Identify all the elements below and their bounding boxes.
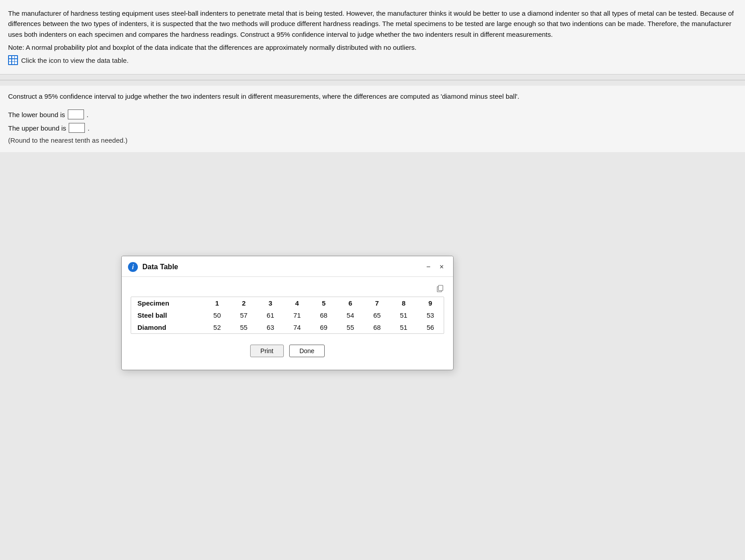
steel-ball-3: 61 <box>257 309 283 321</box>
grid-icon[interactable] <box>8 55 18 65</box>
lower-bound-label: The lower bound is <box>8 111 65 118</box>
round-note: (Round to the nearest tenth as needed.) <box>8 136 734 144</box>
done-button[interactable]: Done <box>289 345 325 357</box>
print-button[interactable]: Print <box>250 345 284 357</box>
diamond-9: 56 <box>417 321 444 333</box>
note-text: Note: A normal probability plot and boxp… <box>8 42 734 52</box>
diamond-2: 55 <box>230 321 257 333</box>
question-section: Construct a 95% confidence interval to j… <box>0 86 745 152</box>
col-header-3: 3 <box>257 297 283 309</box>
col-header-9: 9 <box>417 297 444 309</box>
question-text: Construct a 95% confidence interval to j… <box>8 91 734 101</box>
modal-body: Specimen 1 2 3 4 5 6 7 8 9 Steel ball <box>122 277 453 370</box>
diamond-4: 74 <box>284 321 310 333</box>
lower-bound-input[interactable] <box>68 109 84 119</box>
data-inner-table: Specimen 1 2 3 4 5 6 7 8 9 Steel ball <box>131 297 444 334</box>
upper-bound-period: . <box>88 124 89 132</box>
steel-ball-2: 57 <box>230 309 257 321</box>
table-row-steel-ball: Steel ball 50 57 61 71 68 54 65 51 53 <box>131 309 444 321</box>
steel-ball-1: 50 <box>204 309 230 321</box>
row-label-diamond: Diamond <box>131 321 204 333</box>
upper-bound-input[interactable] <box>69 123 85 133</box>
modal-title: Data Table <box>142 263 419 271</box>
diamond-6: 55 <box>337 321 364 333</box>
data-table-link-row[interactable]: Click the icon to view the data table. <box>8 55 734 65</box>
col-header-8: 8 <box>390 297 417 309</box>
col-header-2: 2 <box>230 297 257 309</box>
upper-bound-label: The upper bound is <box>8 124 66 132</box>
col-header-specimen: Specimen <box>131 297 204 309</box>
diamond-7: 68 <box>364 321 390 333</box>
col-header-7: 7 <box>364 297 390 309</box>
col-header-1: 1 <box>204 297 230 309</box>
lower-bound-period: . <box>87 111 88 118</box>
description-paragraph: The manufacturer of hardness testing equ… <box>8 8 734 39</box>
copy-icon-row <box>131 285 444 293</box>
lower-bound-row: The lower bound is . <box>8 109 734 119</box>
diamond-3: 63 <box>257 321 283 333</box>
specimen-table: Specimen 1 2 3 4 5 6 7 8 9 Steel ball <box>131 297 444 333</box>
data-table-modal: i Data Table − × Specimen 1 2 3 <box>121 256 454 370</box>
steel-ball-5: 68 <box>310 309 337 321</box>
col-header-5: 5 <box>310 297 337 309</box>
modal-minimize-button[interactable]: − <box>424 262 432 271</box>
diamond-1: 52 <box>204 321 230 333</box>
svg-rect-1 <box>438 285 443 291</box>
table-row-diamond: Diamond 52 55 63 74 69 55 68 51 56 <box>131 321 444 333</box>
modal-footer: Print Done <box>131 342 444 363</box>
section-divider <box>0 80 745 80</box>
data-table-link-text: Click the icon to view the data table. <box>21 57 128 64</box>
upper-bound-row: The upper bound is . <box>8 123 734 133</box>
modal-header: i Data Table − × <box>122 256 453 277</box>
info-icon: i <box>128 262 138 272</box>
steel-ball-4: 71 <box>284 309 310 321</box>
steel-ball-9: 53 <box>417 309 444 321</box>
col-header-6: 6 <box>337 297 364 309</box>
diamond-5: 69 <box>310 321 337 333</box>
col-header-4: 4 <box>284 297 310 309</box>
modal-close-button[interactable]: × <box>437 262 446 271</box>
row-label-steel-ball: Steel ball <box>131 309 204 321</box>
steel-ball-6: 54 <box>337 309 364 321</box>
main-content: The manufacturer of hardness testing equ… <box>0 0 745 74</box>
steel-ball-7: 65 <box>364 309 390 321</box>
modal-controls: − × <box>424 262 446 271</box>
diamond-8: 51 <box>390 321 417 333</box>
copy-icon[interactable] <box>435 285 444 293</box>
table-header-row: Specimen 1 2 3 4 5 6 7 8 9 <box>131 297 444 309</box>
steel-ball-8: 51 <box>390 309 417 321</box>
